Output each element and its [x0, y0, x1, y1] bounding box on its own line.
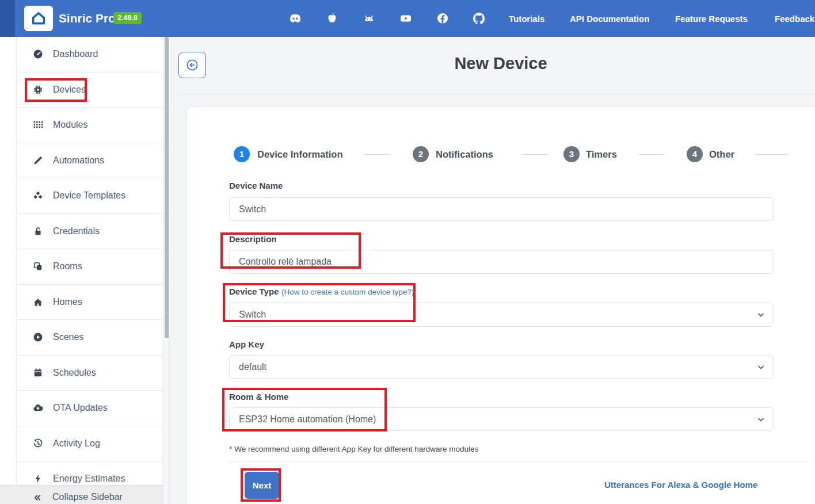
device-name-label: Device Name	[229, 181, 283, 190]
bolt-icon	[32, 473, 44, 484]
home-icon	[32, 296, 44, 308]
sidebar-item-dashboard[interactable]: Dashboard	[17, 37, 163, 72]
page-title: New Device	[186, 54, 815, 73]
sidebar-item-label: Automations	[53, 155, 104, 166]
nav-link-api-documentation[interactable]: API Documentation	[570, 0, 649, 37]
main-content: New Device 1 Device Information 2 Notifi…	[169, 37, 815, 504]
step-4-label: Other	[709, 146, 734, 162]
microchip-icon	[32, 84, 44, 96]
sidebar-scrollbar-track[interactable]	[163, 37, 169, 504]
step-connector	[364, 154, 390, 155]
nav-link-feedback[interactable]: Feedback	[775, 0, 814, 37]
device-type-value: Switch	[239, 310, 266, 320]
step-connector	[638, 154, 664, 155]
sidebar-item-label: Homes	[53, 297, 82, 307]
sidebar-item-label: Scenes	[53, 332, 83, 342]
pencil-icon	[32, 155, 44, 166]
grid-icon	[32, 119, 44, 131]
sidebar-item-activity-log[interactable]: Activity Log	[17, 426, 163, 462]
discord-icon[interactable]	[288, 12, 302, 25]
description-input[interactable]: Controllo relè lampada	[229, 250, 774, 274]
sidebar-item-label: Dashboard	[53, 49, 98, 59]
sidebar-item-rooms[interactable]: Rooms	[17, 249, 163, 285]
next-button[interactable]: Next	[245, 472, 279, 499]
cubes-icon	[32, 190, 44, 201]
description-label: Description	[229, 234, 277, 244]
history-icon	[32, 438, 44, 449]
step-4-circle: 4	[687, 146, 703, 162]
chevron-down-icon	[756, 362, 766, 372]
sidebar-item-label: Activity Log	[53, 438, 100, 449]
gauge-icon	[32, 48, 44, 60]
house-logo-icon	[30, 10, 47, 26]
device-type-select[interactable]: Switch	[229, 303, 774, 327]
sidebar-scrollbar-thumb[interactable]	[165, 37, 169, 338]
collapse-sidebar-label: Collapse Sidebar	[52, 492, 123, 502]
room-home-value: ESP32 Home automation (Home)	[239, 414, 376, 425]
header-divider	[178, 94, 815, 94]
top-navbar: Sinric Pro 2.49.8 Tutorials API Document…	[0, 0, 815, 37]
sidebar-item-label: Schedules	[53, 368, 96, 378]
clone-icon	[32, 261, 44, 272]
step-connector	[755, 154, 788, 155]
android-icon[interactable]	[362, 12, 376, 25]
navbar-dark-strip	[0, 0, 15, 37]
brand-name: Sinric Pro	[59, 0, 116, 37]
sidebar-item-schedules[interactable]: Schedules	[17, 356, 163, 391]
room-home-label: Room & Home	[229, 392, 288, 402]
version-badge: 2.49.8	[113, 12, 142, 24]
sidebar-item-credentials[interactable]: Credentials	[17, 214, 163, 250]
step-2-label: Notifications	[436, 146, 493, 162]
youtube-icon[interactable]	[399, 12, 413, 25]
sidebar-item-device-templates[interactable]: Device Templates	[17, 178, 163, 214]
nav-link-tutorials[interactable]: Tutorials	[509, 0, 544, 37]
cloud-download-icon	[32, 402, 44, 414]
sinric-logo[interactable]	[24, 6, 53, 31]
footer-divider	[229, 461, 810, 461]
app-key-label: App Key	[229, 339, 264, 349]
sidebar-item-homes[interactable]: Homes	[17, 285, 163, 320]
sinric-pro-app: Sinric Pro 2.49.8 Tutorials API Document…	[0, 0, 815, 504]
apple-icon[interactable]	[325, 12, 339, 25]
github-icon[interactable]	[472, 12, 486, 25]
room-home-select[interactable]: ESP32 Home automation (Home)	[229, 407, 774, 431]
step-1-circle: 1	[234, 146, 250, 162]
app-key-select[interactable]: default	[229, 355, 774, 379]
step-1-label: Device Information	[257, 146, 343, 162]
sidebar: Dashboard Devices Modules Automations De…	[0, 37, 169, 504]
unlock-icon	[32, 226, 44, 237]
sidebar-item-label: Devices	[53, 85, 86, 95]
sidebar-item-label: Credentials	[53, 226, 100, 236]
sidebar-item-ota-updates[interactable]: OTA Updates	[17, 391, 163, 426]
play-circle-icon	[32, 331, 44, 343]
sidebar-item-label: Rooms	[53, 261, 82, 272]
step-2-circle: 2	[413, 146, 429, 162]
note-text: We recommend using different App Key for…	[234, 445, 478, 453]
sidebar-item-modules[interactable]: Modules	[17, 108, 163, 143]
chevron-down-icon	[756, 415, 766, 424]
sidebar-item-label: Modules	[53, 120, 87, 130]
sidebar-item-automations[interactable]: Automations	[17, 143, 163, 179]
app-key-note: *We recommend using different App Key fo…	[229, 445, 478, 453]
chevron-down-icon	[756, 310, 766, 319]
step-connector	[522, 154, 548, 155]
facebook-icon[interactable]	[436, 12, 450, 25]
device-name-input[interactable]: Switch	[229, 197, 774, 221]
sidebar-item-devices[interactable]: Devices	[17, 72, 163, 108]
sidebar-item-scenes[interactable]: Scenes	[17, 320, 163, 356]
step-3-label: Timers	[586, 146, 617, 162]
description-value: Controllo relè lampada	[239, 257, 332, 267]
angle-double-left-icon	[32, 492, 43, 503]
note-asterisk: *	[229, 445, 232, 453]
sidebar-item-label: Device Templates	[53, 190, 125, 201]
device-type-help-link[interactable]: (How to create a custom device type?)	[281, 288, 414, 296]
sidebar-item-label: Energy Estimates	[53, 474, 125, 484]
app-key-value: default	[239, 362, 266, 372]
new-device-card: 1 Device Information 2 Notifications 3 T…	[186, 106, 815, 504]
step-3-circle: 3	[563, 146, 580, 162]
nav-link-feature-requests[interactable]: Feature Requests	[675, 0, 748, 37]
sidebar-menu: Dashboard Devices Modules Automations De…	[16, 37, 163, 497]
device-type-label: Device Type	[229, 287, 279, 296]
sidebar-collapse-bar[interactable]: Collapse Sidebar	[0, 485, 163, 504]
utterances-link[interactable]: Utterances For Alexa & Google Home	[583, 480, 779, 490]
